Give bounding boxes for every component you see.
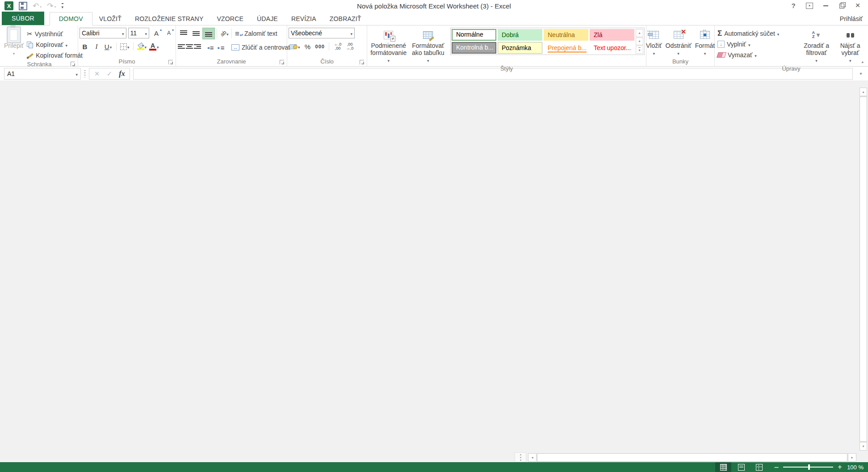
view-normal-button[interactable] xyxy=(715,462,731,472)
help-button[interactable] xyxy=(787,1,800,11)
increase-indent-button[interactable] xyxy=(216,42,226,52)
style-warning-text[interactable]: Text upozor... xyxy=(590,42,634,54)
style-note[interactable]: Poznámka xyxy=(498,42,542,54)
view-page-layout-button[interactable] xyxy=(733,462,749,472)
scroll-down-icon[interactable] xyxy=(860,442,867,451)
insert-cells-dropdown-icon[interactable] xyxy=(653,49,655,57)
orientation-button[interactable] xyxy=(219,29,230,38)
merge-center-button[interactable]: Zlúčiť a centrovať xyxy=(230,42,296,53)
tab-page-layout[interactable]: ROZLOŽENIE STRANY xyxy=(128,13,210,25)
formula-bar-grip[interactable] xyxy=(84,70,86,77)
gallery-up-icon[interactable] xyxy=(636,29,643,37)
vertical-scrollbar-thumb[interactable] xyxy=(860,97,867,442)
font-dialog-launcher-icon[interactable] xyxy=(168,60,173,64)
tab-data[interactable]: ÚDAJE xyxy=(250,13,285,25)
fill-dropdown-icon[interactable] xyxy=(748,41,751,48)
align-center-button[interactable] xyxy=(185,42,193,53)
bold-button[interactable]: B xyxy=(80,42,90,51)
grow-font-button[interactable] xyxy=(151,28,162,38)
undo-button[interactable] xyxy=(33,1,42,11)
close-button[interactable] xyxy=(851,1,864,11)
zoom-in-icon[interactable] xyxy=(837,464,843,470)
tab-split-handle[interactable] xyxy=(515,452,526,462)
insert-cells-button[interactable]: Vložiť xyxy=(644,28,664,58)
sort-filter-button[interactable]: Zoradiť a filtrovať xyxy=(799,28,834,65)
alignment-dialog-launcher-icon[interactable] xyxy=(280,60,284,64)
redo-button[interactable] xyxy=(47,1,56,11)
tab-review[interactable]: REVÍZIA xyxy=(285,13,323,25)
align-middle-button[interactable] xyxy=(190,28,202,39)
format-as-table-button[interactable]: Formátovať ako tabuľku xyxy=(408,28,448,65)
cancel-button[interactable] xyxy=(91,69,103,79)
clear-dropdown-icon[interactable] xyxy=(755,51,757,59)
font-color-button[interactable] xyxy=(148,42,160,51)
worksheet-area[interactable] xyxy=(0,80,868,462)
save-button[interactable] xyxy=(19,2,27,10)
ribbon-display-options-button[interactable] xyxy=(803,1,816,11)
number-dialog-launcher-icon[interactable] xyxy=(360,60,364,64)
underline-dropdown-icon[interactable] xyxy=(110,42,112,51)
enter-button[interactable] xyxy=(104,69,115,79)
insert-function-button[interactable]: fx xyxy=(116,69,128,79)
italic-button[interactable]: I xyxy=(91,42,102,51)
delete-cells-dropdown-icon[interactable] xyxy=(677,49,679,57)
tab-formulas[interactable]: VZORCE xyxy=(210,13,250,25)
status-bar[interactable]: 100 % xyxy=(0,462,868,472)
tab-file[interactable]: SÚBOR xyxy=(2,12,44,25)
zoom-level[interactable]: 100 % xyxy=(845,464,864,471)
align-top-button[interactable] xyxy=(177,28,190,39)
sign-in-link[interactable]: Prihlásiť xyxy=(840,15,863,22)
vertical-scrollbar[interactable] xyxy=(860,88,867,451)
horizontal-scrollbar[interactable] xyxy=(528,453,856,462)
zoom-out-icon[interactable] xyxy=(773,464,780,470)
style-good[interactable]: Dobrá xyxy=(498,29,542,41)
scroll-up-icon[interactable] xyxy=(860,88,867,96)
autosum-button[interactable]: Automatický súčet xyxy=(716,28,799,39)
minimize-button[interactable] xyxy=(819,1,832,11)
collapse-ribbon-icon[interactable] xyxy=(861,57,864,65)
number-format-select[interactable]: Všeobecné xyxy=(289,28,355,38)
format-painter-button[interactable]: Kopírovať formát xyxy=(25,50,84,61)
decrease-decimal-button[interactable] xyxy=(344,42,355,51)
delete-cells-button[interactable]: Odstrániť xyxy=(664,28,693,58)
horizontal-scrollbar-thumb[interactable] xyxy=(537,453,847,462)
clear-button[interactable]: Vymazať xyxy=(716,50,799,60)
excel-logo-icon[interactable] xyxy=(4,1,13,10)
font-size-select[interactable]: 11 xyxy=(128,28,149,38)
format-as-table-dropdown-icon[interactable] xyxy=(427,56,429,64)
style-normal[interactable]: Normálne xyxy=(452,29,496,41)
paste-dropdown-icon[interactable] xyxy=(13,49,15,57)
fill-color-dropdown-icon[interactable] xyxy=(145,42,147,51)
tab-view[interactable]: ZOBRAZIŤ xyxy=(323,13,368,25)
borders-dropdown-icon[interactable] xyxy=(127,42,130,51)
copy-button[interactable]: Kopírovať xyxy=(25,39,84,50)
name-box-dropdown-icon[interactable] xyxy=(75,70,78,77)
fill-button[interactable]: Vyplniť xyxy=(716,39,799,50)
accounting-format-dropdown-icon[interactable] xyxy=(298,42,300,51)
sort-filter-dropdown-icon[interactable] xyxy=(815,56,818,64)
gallery-down-icon[interactable] xyxy=(636,38,643,46)
copy-dropdown-icon[interactable] xyxy=(65,41,67,48)
style-neutral[interactable]: Neutrálna xyxy=(544,29,588,41)
tab-home[interactable]: DOMOV xyxy=(50,12,92,25)
align-right-button[interactable] xyxy=(193,42,201,53)
tab-insert[interactable]: VLOŽIŤ xyxy=(92,13,128,25)
font-name-select[interactable]: Calibri xyxy=(80,28,126,38)
format-cells-dropdown-icon[interactable] xyxy=(704,49,706,57)
fill-color-button[interactable] xyxy=(136,42,148,51)
conditional-formatting-dropdown-icon[interactable] xyxy=(387,56,390,64)
cut-button[interactable]: Vystrihnúť xyxy=(25,29,84,39)
paste-button[interactable]: Prilepiť xyxy=(2,28,25,58)
style-linked-cell[interactable]: Prepojená b... xyxy=(544,42,588,54)
find-select-dropdown-icon[interactable] xyxy=(849,56,851,64)
qat-customize-button[interactable] xyxy=(62,3,64,9)
underline-button[interactable]: U xyxy=(103,42,113,51)
shrink-font-button[interactable] xyxy=(164,28,174,38)
view-page-break-button[interactable] xyxy=(751,462,767,472)
zoom-slider-thumb[interactable] xyxy=(808,464,810,470)
scroll-left-icon[interactable] xyxy=(528,453,537,462)
font-color-dropdown-icon[interactable] xyxy=(157,42,159,51)
wrap-text-button[interactable]: Zalomiť text xyxy=(234,28,279,39)
style-check-cell[interactable]: Kontrolná b... xyxy=(452,42,496,54)
autosum-dropdown-icon[interactable] xyxy=(777,30,780,37)
